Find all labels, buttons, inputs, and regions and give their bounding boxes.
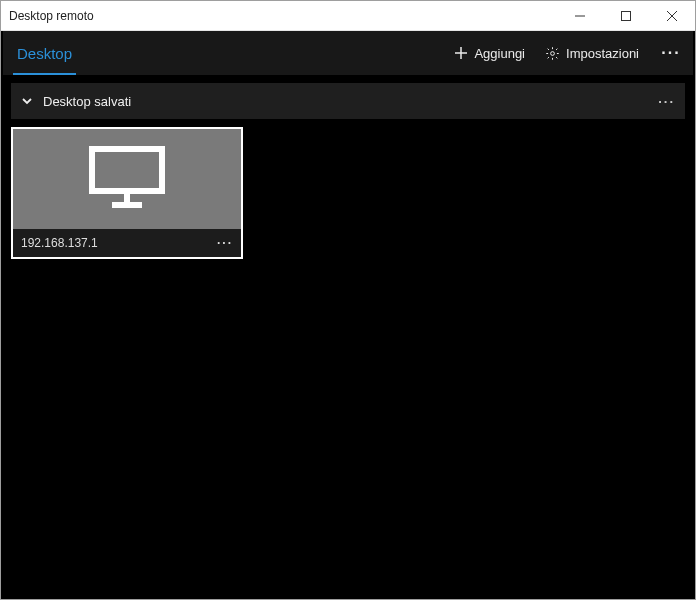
app-surface: Desktop Aggiungi Impostazioni ··: [1, 31, 695, 599]
svg-rect-1: [622, 11, 631, 20]
more-icon: ···: [661, 44, 680, 62]
group-header[interactable]: Desktop salvati ···: [11, 83, 685, 119]
maximize-button[interactable]: [603, 1, 649, 30]
group-more-button[interactable]: ···: [658, 94, 675, 109]
cmdbar-spacer: [86, 31, 444, 75]
settings-label: Impostazioni: [566, 46, 639, 61]
chevron-down-icon: [21, 95, 33, 107]
more-icon: ···: [217, 236, 233, 250]
add-button[interactable]: Aggiungi: [444, 31, 535, 75]
plus-icon: [454, 46, 468, 60]
tab-desktop[interactable]: Desktop: [3, 31, 86, 75]
window-controls: [557, 1, 695, 30]
add-label: Aggiungi: [474, 46, 525, 61]
monitor-icon: [88, 145, 166, 213]
command-bar: Desktop Aggiungi Impostazioni ··: [3, 31, 693, 75]
tile-more-button[interactable]: ···: [217, 236, 233, 250]
app-window: Desktop remoto Desktop Aggiungi: [0, 0, 696, 600]
content-area: Desktop salvati ···: [3, 75, 693, 597]
more-icon: ···: [658, 94, 675, 109]
desktop-tile[interactable]: 192.168.137.1 ···: [11, 127, 243, 259]
cmdbar-more-button[interactable]: ···: [649, 31, 693, 75]
tiles-container: 192.168.137.1 ···: [11, 119, 685, 259]
svg-rect-7: [92, 149, 162, 191]
window-title: Desktop remoto: [9, 9, 557, 23]
group-title: Desktop salvati: [43, 94, 648, 109]
svg-point-6: [551, 51, 555, 55]
close-button[interactable]: [649, 1, 695, 30]
titlebar: Desktop remoto: [1, 1, 695, 31]
tile-preview: [13, 129, 241, 229]
tile-footer: 192.168.137.1 ···: [13, 229, 241, 257]
minimize-button[interactable]: [557, 1, 603, 30]
settings-button[interactable]: Impostazioni: [535, 31, 649, 75]
tile-name: 192.168.137.1: [21, 236, 217, 250]
gear-icon: [545, 46, 560, 61]
tab-desktop-label: Desktop: [17, 45, 72, 62]
